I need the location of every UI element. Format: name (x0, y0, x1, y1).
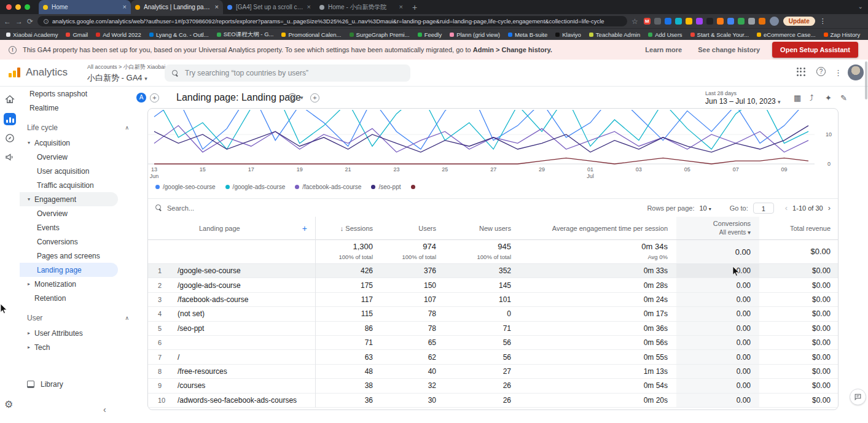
extension-icon[interactable] (717, 18, 724, 25)
sidebar-item-landing-page[interactable]: Landing page (20, 263, 118, 277)
zoom-window-icon[interactable] (25, 4, 30, 10)
extension-icon[interactable]: M (644, 18, 651, 25)
timeseries-chart[interactable]: 10 0 (148, 110, 839, 166)
bookmark-teachable-admin[interactable]: Teachable Admin (589, 31, 640, 38)
bookmark-add-users[interactable]: Add Users (648, 31, 682, 38)
insights-icon[interactable]: ✦ (825, 93, 832, 103)
bookmark-feedly[interactable]: Feedly (418, 31, 442, 38)
customize-report-icon[interactable]: ▦ (794, 93, 801, 103)
extension-icon[interactable] (675, 18, 682, 25)
tab-close-icon[interactable]: × (399, 4, 403, 10)
reports-icon[interactable] (4, 113, 16, 125)
tab-close-icon[interactable]: × (215, 4, 219, 10)
chevron-up-icon[interactable]: ∧ (125, 315, 129, 321)
chevron-up-icon[interactable]: ∧ (125, 125, 129, 131)
col-conversions[interactable]: ConversionsAll events ▾ (676, 217, 759, 239)
sidebar-item-tech[interactable]: ▸Tech (20, 340, 141, 354)
cell-landing-page[interactable]: /adwords-seo-facebook-ads-courses (168, 396, 316, 405)
site-info-icon[interactable]: i (44, 19, 49, 24)
back-icon[interactable]: ← (4, 18, 11, 25)
report-check-icon[interactable]: ✓ (288, 93, 297, 102)
bookmark-meta-b-suite[interactable]: Meta B-suite (508, 31, 547, 38)
extension-icon[interactable] (727, 18, 734, 25)
analytics-logo-text[interactable]: Analytics (26, 66, 68, 79)
sidebar-item-reports-snapshot[interactable]: Reports snapshot (20, 87, 141, 101)
next-page-icon[interactable]: › (828, 203, 831, 212)
add-comparison-icon[interactable]: + (150, 93, 159, 103)
sidebar-item-traffic-acquisition[interactable]: Traffic acquisition (20, 178, 141, 192)
table-row[interactable]: 2/google-ads-course1751501450m 28s0.00$0… (148, 278, 838, 292)
cell-landing-page[interactable]: /google-seo-course (168, 266, 316, 275)
browser-tab[interactable]: Home - 小白新势学院× (315, 0, 407, 14)
address-bar[interactable]: i analytics.google.com/analytics/web/?au… (37, 16, 627, 26)
chevron-down-icon[interactable]: ▾ (26, 140, 32, 146)
bookmark-gmail[interactable]: Gmail (66, 31, 88, 38)
forward-icon[interactable]: → (15, 18, 23, 25)
bookmark-star-icon[interactable]: ☆ (631, 18, 638, 25)
extension-icon[interactable] (665, 18, 671, 25)
chevron-right-icon[interactable]: ▸ (26, 330, 32, 336)
chevron-right-icon[interactable]: ▸ (26, 344, 32, 350)
cell-landing-page[interactable]: /courses (168, 381, 316, 390)
prev-page-icon[interactable]: ‹ (785, 203, 788, 212)
table-row[interactable]: 4(not set)1157800m 17s0.00$0.00 (148, 307, 838, 321)
admin-gear-icon[interactable]: ⚙ (4, 400, 13, 409)
browser-menu-icon[interactable]: ⋮ (819, 17, 826, 25)
learn-more-link[interactable]: Learn more (645, 46, 682, 53)
window-controls[interactable] (6, 4, 30, 10)
extension-icon[interactable] (696, 18, 703, 25)
sidebar-item-life-cycle[interactable]: Life cycle∧ (20, 120, 141, 136)
help-icon[interactable]: ? (816, 67, 826, 76)
browser-tab[interactable]: Home× (39, 0, 131, 14)
extension-icon[interactable] (738, 18, 745, 25)
share-report-icon[interactable]: ⤴ (810, 93, 814, 103)
close-window-icon[interactable] (6, 4, 12, 10)
report-title-caret-icon[interactable]: ▾ (300, 95, 303, 101)
date-range-picker[interactable]: Last 28 days Jun 13 – Jul 10, 2023 ▾ (705, 90, 781, 106)
col-landing-page[interactable]: Landing page (199, 225, 240, 232)
cell-landing-page[interactable]: /seo-ppt (168, 324, 316, 333)
table-row[interactable]: 3/facebook-ads-course1171071010m 24s0.00… (148, 293, 838, 307)
sidebar-item-user-acquisition[interactable]: User acquisition (20, 164, 141, 178)
bookmark-xiaobai-academy[interactable]: Xiaobai Academy (6, 31, 58, 38)
bookmark-promotional-calen[interactable]: Promotional Calen... (281, 31, 341, 38)
col-total-revenue[interactable]: Total revenue (759, 225, 839, 232)
home-icon[interactable] (4, 94, 15, 105)
bookmark-seo课程大纲-g[interactable]: SEO课程大纲 - G... (217, 31, 274, 39)
advertising-icon[interactable] (4, 152, 15, 163)
explore-icon[interactable] (4, 133, 15, 144)
col-sessions[interactable]: ↓ Sessions (316, 225, 381, 232)
bookmark-zap-history[interactable]: Zap History (824, 31, 861, 38)
chevron-down-icon[interactable]: ▾ (26, 196, 32, 202)
legend-item[interactable]: /google-seo-course (155, 184, 216, 190)
cell-landing-page[interactable]: (not set) (168, 309, 316, 318)
feedback-button[interactable] (850, 389, 866, 405)
comparison-chip[interactable]: A (136, 93, 146, 103)
user-avatar[interactable] (848, 64, 864, 80)
col-new-users[interactable]: New users (445, 225, 520, 232)
bookmark-klaviyo[interactable]: Klaviyo (555, 31, 581, 38)
analytics-logo-icon[interactable] (9, 68, 20, 77)
legend-item[interactable]: /seo-ppt (371, 184, 401, 190)
bookmark-ecommerce-case[interactable]: eCommerce Case... (757, 31, 815, 38)
sidebar-item-monetization[interactable]: ▸Monetization (20, 277, 141, 291)
browser-profile-avatar[interactable] (770, 17, 779, 26)
reload-icon[interactable]: ⟳ (27, 18, 33, 25)
google-apps-icon[interactable] (797, 68, 805, 76)
chevron-right-icon[interactable]: ▸ (26, 281, 32, 287)
collapse-sidebar-icon[interactable]: ‹ (103, 405, 106, 414)
cell-landing-page[interactable]: / (168, 353, 316, 362)
analytics-search-bar[interactable]: Try searching “top countries by users” (165, 64, 410, 82)
extension-icon[interactable] (748, 18, 755, 25)
sidebar-item-library[interactable]: Library (27, 380, 63, 389)
bookmark-plann-grid-view[interactable]: Plann (grid view) (450, 31, 500, 38)
table-search-icon[interactable] (155, 204, 162, 211)
extension-icon[interactable] (706, 18, 713, 25)
bookmark-start-scale-your[interactable]: Start & Scale Your... (690, 31, 749, 38)
sidebar-item-user-attributes[interactable]: ▸User Attributes (20, 326, 141, 340)
minimize-window-icon[interactable] (15, 4, 21, 10)
table-row[interactable]: 67165560m 56s0.00$0.00 (148, 336, 838, 350)
legend-item[interactable]: /facebook-ads-course (295, 184, 361, 190)
table-row[interactable]: 8/free-resources4840271m 13s0.00$0.00 (148, 365, 838, 379)
sidebar-item-acquisition[interactable]: ▾Acquisition (20, 136, 141, 150)
